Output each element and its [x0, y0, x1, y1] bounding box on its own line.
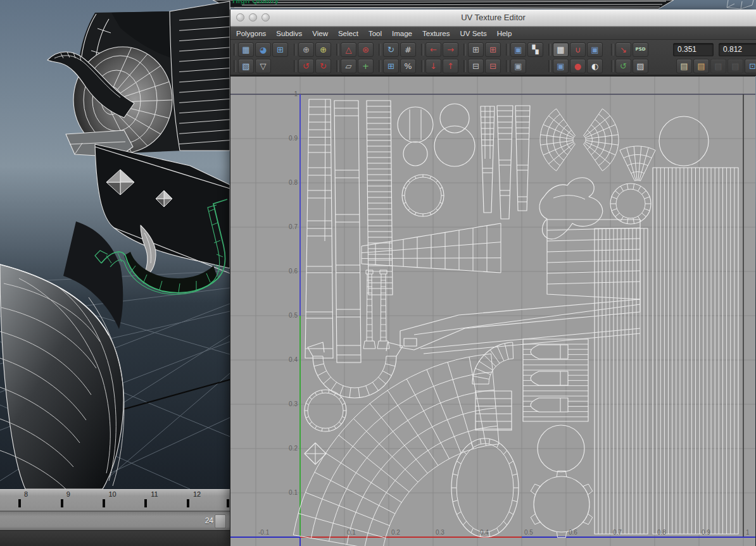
toolbar-group: ⊟⊟ — [463, 59, 505, 73]
flip-uv-icon[interactable]: △ — [341, 42, 356, 57]
copy-uvs-disabled-icon[interactable]: ▤ — [710, 59, 726, 73]
alpha-channel-icon[interactable]: ◐ — [587, 59, 603, 73]
uv-coordinate-fields — [671, 43, 756, 56]
time-slider[interactable]: 89101112 — [0, 489, 230, 511]
frame-number: 10 — [109, 490, 117, 498]
uv-editor-toolbar: ▦◕⊞⊕⊕△⊛↻#←→⊞⊞▣▚▦∪▣↘PSD↺0.0↻0.0 ▧▽↺↻▱+⊞%↓… — [230, 40, 756, 76]
window-titlebar[interactable]: UV Texture Editor — [230, 9, 756, 27]
svg-text:0.3: 0.3 — [436, 529, 444, 536]
translate-uv-vert-icon[interactable]: ⊕ — [315, 42, 331, 57]
grab-uv-tool-icon[interactable]: ⊞ — [272, 42, 288, 57]
svg-text:0.5: 0.5 — [524, 529, 533, 536]
svg-text:0.7: 0.7 — [289, 223, 298, 230]
svg-text:0.1: 0.1 — [289, 489, 298, 496]
overlap-shells-icon[interactable]: ▣ — [553, 59, 569, 73]
magnet-snap-icon[interactable]: ∪ — [570, 42, 586, 57]
cycle-uvs-icon[interactable]: ▱ — [341, 59, 356, 73]
svg-text:0.3: 0.3 — [289, 400, 298, 407]
frame-tick — [144, 499, 147, 507]
toolbar-group: ▣▚ — [505, 42, 548, 57]
rotate-shell-icon[interactable]: ↻ — [383, 42, 399, 57]
svg-text:0.5: 0.5 — [289, 312, 298, 319]
align-v-max-icon[interactable]: ↑ — [443, 59, 458, 73]
toolbar-group: ▦∪▣ — [548, 42, 610, 57]
menu-image[interactable]: Image — [392, 30, 412, 37]
uv-lattice-tool-icon[interactable]: ▦ — [238, 42, 254, 57]
range-slider[interactable]: 24 — [0, 511, 230, 530]
copy-uvs-icon[interactable]: ▤ — [676, 59, 692, 73]
toolbar-group: ↘PSD — [610, 42, 654, 57]
clipboard-buttons: ▤▤▤▤⊡⊗ — [676, 59, 756, 73]
svg-text:0.9: 0.9 — [289, 135, 298, 142]
paste-uvs-disabled-icon[interactable]: ▤ — [728, 59, 743, 73]
viewport-quality-label: High Quality — [232, 0, 279, 4]
rgb-channels-icon[interactable]: ● — [570, 59, 586, 73]
lattice-hash-icon[interactable]: # — [400, 42, 416, 57]
menu-help[interactable]: Help — [497, 30, 512, 37]
menu-subdivs[interactable]: Subdivs — [276, 30, 302, 37]
flip-shell-icon[interactable]: ⊞ — [383, 59, 399, 73]
uv-editor-menubar: PolygonsSubdivsViewSelectToolImageTextur… — [230, 27, 756, 40]
snap-stitch-icon[interactable]: ⊡ — [745, 59, 756, 73]
update-psd-icon[interactable]: PSD — [633, 42, 648, 57]
uv-snapshot-image-icon[interactable]: ▣ — [510, 42, 526, 57]
menu-view[interactable]: View — [312, 30, 328, 37]
add-uvs-icon[interactable]: ⊞ — [485, 42, 501, 57]
paste-uvs-icon[interactable]: ▤ — [693, 59, 709, 73]
menu-textures[interactable]: Textures — [422, 30, 450, 37]
playback-end-time: 24 — [205, 516, 213, 525]
svg-text:0.6: 0.6 — [569, 529, 577, 536]
split-uv-tool-icon[interactable]: ▽ — [255, 59, 271, 73]
toolbar-group: ▱+ — [336, 59, 378, 73]
shell-stack-icon[interactable]: ▣ — [587, 42, 603, 57]
grid-uvs-icon[interactable]: ⊞ — [468, 42, 484, 57]
svg-text:0.9: 0.9 — [702, 529, 710, 536]
delete-uvs-icon[interactable]: ⊟ — [485, 59, 501, 73]
checker-map-icon[interactable]: ▚ — [527, 42, 543, 57]
svg-text:0.4: 0.4 — [289, 356, 298, 363]
svg-text:0.6: 0.6 — [289, 268, 298, 275]
svg-text:0.1: 0.1 — [347, 529, 356, 536]
shell-image-icon[interactable]: ▣ — [510, 59, 526, 73]
frame-tick — [227, 499, 229, 507]
align-v-min-icon[interactable]: ↓ — [425, 59, 441, 73]
uv-texture-editor-window: UV Texture Editor PolygonsSubdivsViewSel… — [230, 9, 756, 546]
grid-pair-icon[interactable]: ⊟ — [468, 59, 484, 73]
frame-tick — [61, 499, 63, 507]
rotate-ccw-icon[interactable]: ↺ — [298, 59, 314, 73]
ratio-uvs-icon[interactable]: % — [400, 59, 416, 73]
refresh-texture-icon[interactable]: ↺ — [615, 59, 631, 73]
v-coordinate-field[interactable] — [719, 43, 756, 56]
frame-tick — [187, 499, 189, 507]
align-u-min-icon[interactable]: ← — [425, 42, 441, 57]
svg-text:0.7: 0.7 — [613, 529, 622, 536]
svg-text:0.8: 0.8 — [289, 179, 298, 186]
grid-toggle-icon[interactable]: ▦ — [553, 42, 569, 57]
pixel-snap-icon[interactable]: ↘ — [615, 42, 631, 57]
svg-text:1: 1 — [746, 529, 750, 536]
menu-uv-sets[interactable]: UV Sets — [460, 30, 486, 37]
dim-image-icon[interactable]: ▨ — [633, 59, 648, 73]
menu-select[interactable]: Select — [338, 30, 358, 37]
frame-number: 12 — [193, 490, 201, 498]
unfold-uv-icon[interactable]: ⊛ — [358, 42, 374, 57]
frame-number: 11 — [151, 490, 158, 498]
toolbar-group: ▣●◐ — [548, 59, 610, 73]
menu-polygons[interactable]: Polygons — [236, 30, 266, 37]
svg-text:-0.1: -0.1 — [258, 529, 270, 536]
range-slider-handle[interactable] — [215, 514, 226, 528]
u-coordinate-field[interactable] — [673, 43, 714, 56]
toolbar-group: ⊕⊕ — [293, 42, 336, 57]
align-u-max-icon[interactable]: → — [443, 42, 458, 57]
uv-canvas[interactable]: 10.90.80.70.60.50.40.30.20.1-0.10.10.20.… — [230, 76, 755, 546]
axis-cross-icon[interactable]: + — [358, 59, 374, 73]
frame-tick — [103, 499, 105, 507]
lattice-skew-icon[interactable]: ▧ — [238, 59, 254, 73]
uv-smudge-tool-icon[interactable]: ◕ — [255, 42, 271, 57]
toolbar-group: ↺▨ — [610, 59, 654, 73]
rotate-cw-icon[interactable]: ↻ — [315, 59, 331, 73]
toolbar-group: ↓↑ — [420, 59, 463, 73]
translate-uv-icon[interactable]: ⊕ — [298, 42, 314, 57]
menu-tool[interactable]: Tool — [369, 30, 382, 37]
uv-grid-and-shells: 10.90.80.70.60.50.40.30.20.1-0.10.10.20.… — [230, 77, 755, 546]
